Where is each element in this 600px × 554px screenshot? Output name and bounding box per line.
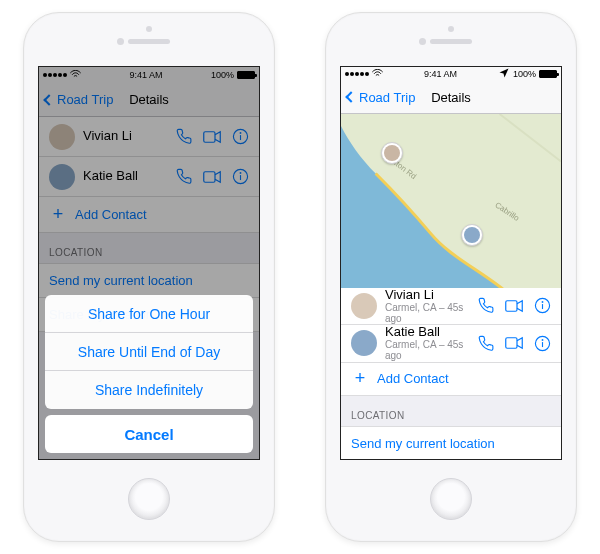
map-pin-contact[interactable] bbox=[381, 142, 403, 164]
svg-point-3 bbox=[240, 133, 241, 134]
battery-icon bbox=[237, 71, 255, 79]
cancel-label: Cancel bbox=[124, 426, 173, 443]
location-section-header: LOCATION bbox=[341, 396, 561, 427]
call-icon[interactable] bbox=[175, 128, 193, 146]
facetime-icon[interactable] bbox=[203, 128, 221, 146]
svg-point-7 bbox=[240, 173, 241, 174]
status-time: 9:41 AM bbox=[129, 70, 162, 80]
avatar bbox=[49, 164, 75, 190]
contact-row[interactable]: Katie Ball Carmel, CA – 45s ago bbox=[341, 325, 561, 362]
svg-rect-11 bbox=[506, 301, 517, 312]
battery-pct: 100% bbox=[513, 69, 536, 79]
link-label: Send my current location bbox=[49, 273, 193, 288]
add-contact-row[interactable]: + Add Contact bbox=[39, 197, 259, 233]
battery-icon bbox=[539, 70, 557, 78]
contact-row[interactable]: Katie Ball bbox=[39, 157, 259, 197]
share-end-of-day-option[interactable]: Share Until End of Day bbox=[45, 333, 253, 371]
status-bar: 9:41 AM 100% bbox=[341, 67, 561, 82]
call-icon[interactable] bbox=[477, 297, 495, 315]
status-bar: 9:41 AM 100% bbox=[39, 67, 259, 83]
wifi-icon bbox=[70, 70, 81, 80]
svg-rect-4 bbox=[204, 171, 215, 182]
contact-row[interactable]: Vivian Li Carmel, CA – 45s ago bbox=[341, 288, 561, 325]
location-map[interactable]: Cabrillo Hatton Rd bbox=[341, 114, 561, 288]
back-button[interactable]: Road Trip bbox=[45, 92, 113, 107]
front-camera bbox=[419, 38, 426, 45]
avatar bbox=[49, 124, 75, 150]
link-label: Send my current location bbox=[351, 436, 495, 451]
signal-strength-icon bbox=[43, 73, 67, 77]
info-icon[interactable] bbox=[231, 168, 249, 186]
cancel-button[interactable]: Cancel bbox=[45, 415, 253, 453]
info-icon[interactable] bbox=[533, 334, 551, 352]
option-label: Share for One Hour bbox=[88, 306, 210, 322]
nav-bar: Road Trip Details bbox=[341, 82, 561, 114]
avatar bbox=[351, 330, 377, 356]
svg-rect-15 bbox=[506, 338, 517, 349]
battery-pct: 100% bbox=[211, 70, 234, 80]
facetime-icon[interactable] bbox=[505, 297, 523, 315]
option-label: Share Indefinitely bbox=[95, 382, 203, 398]
sensor bbox=[448, 26, 454, 32]
home-button[interactable] bbox=[128, 478, 170, 520]
nav-bar: Road Trip Details bbox=[39, 83, 259, 117]
chevron-left-icon bbox=[345, 92, 356, 103]
call-icon[interactable] bbox=[175, 168, 193, 186]
share-indefinitely-option[interactable]: Share Indefinitely bbox=[45, 371, 253, 409]
contact-name: Katie Ball bbox=[385, 325, 469, 339]
location-services-icon bbox=[498, 67, 510, 81]
contact-name: Vivian Li bbox=[385, 288, 469, 302]
svg-rect-0 bbox=[204, 131, 215, 142]
chevron-left-icon bbox=[43, 94, 54, 105]
share-one-hour-option[interactable]: Share for One Hour bbox=[45, 295, 253, 333]
info-icon[interactable] bbox=[533, 297, 551, 315]
location-section-header: LOCATION bbox=[39, 233, 259, 264]
contact-name: Vivian Li bbox=[83, 129, 167, 143]
status-time: 9:41 AM bbox=[424, 69, 457, 79]
front-camera bbox=[117, 38, 124, 45]
facetime-icon[interactable] bbox=[203, 168, 221, 186]
facetime-icon[interactable] bbox=[505, 334, 523, 352]
add-contact-label: Add Contact bbox=[377, 371, 449, 386]
map-tiles: Cabrillo Hatton Rd bbox=[341, 114, 561, 288]
home-button[interactable] bbox=[430, 478, 472, 520]
contact-name: Katie Ball bbox=[83, 169, 167, 183]
screen-left: 9:41 AM 100% Road Trip Details Vivian Li bbox=[38, 66, 260, 460]
svg-point-18 bbox=[542, 339, 543, 340]
call-icon[interactable] bbox=[477, 334, 495, 352]
iphone-right: 9:41 AM 100% Road Trip Details bbox=[325, 12, 577, 542]
screen-right: 9:41 AM 100% Road Trip Details bbox=[340, 66, 562, 460]
option-label: Share Until End of Day bbox=[78, 344, 220, 360]
speaker bbox=[128, 39, 170, 44]
back-label: Road Trip bbox=[359, 90, 415, 105]
map-pin-contact[interactable] bbox=[461, 224, 483, 246]
avatar bbox=[351, 293, 377, 319]
info-icon[interactable] bbox=[231, 128, 249, 146]
wifi-icon bbox=[372, 69, 383, 79]
contact-location-sub: Carmel, CA – 45s ago bbox=[385, 302, 469, 324]
back-button[interactable]: Road Trip bbox=[347, 90, 415, 105]
share-location-action-sheet: Share for One Hour Share Until End of Da… bbox=[39, 289, 259, 459]
back-label: Road Trip bbox=[57, 92, 113, 107]
sensor bbox=[146, 26, 152, 32]
contact-location-sub: Carmel, CA – 45s ago bbox=[385, 339, 469, 361]
iphone-left: 9:41 AM 100% Road Trip Details Vivian Li bbox=[23, 12, 275, 542]
contact-row[interactable]: Vivian Li bbox=[39, 117, 259, 157]
signal-strength-icon bbox=[345, 72, 369, 76]
nav-title: Details bbox=[129, 92, 169, 107]
speaker bbox=[430, 39, 472, 44]
svg-point-14 bbox=[542, 302, 543, 303]
plus-icon: + bbox=[49, 204, 67, 225]
send-location-link[interactable]: Send my current location bbox=[341, 427, 561, 459]
add-contact-row[interactable]: + Add Contact bbox=[341, 363, 561, 397]
plus-icon: + bbox=[351, 368, 369, 389]
add-contact-label: Add Contact bbox=[75, 207, 147, 222]
nav-title: Details bbox=[431, 90, 471, 105]
